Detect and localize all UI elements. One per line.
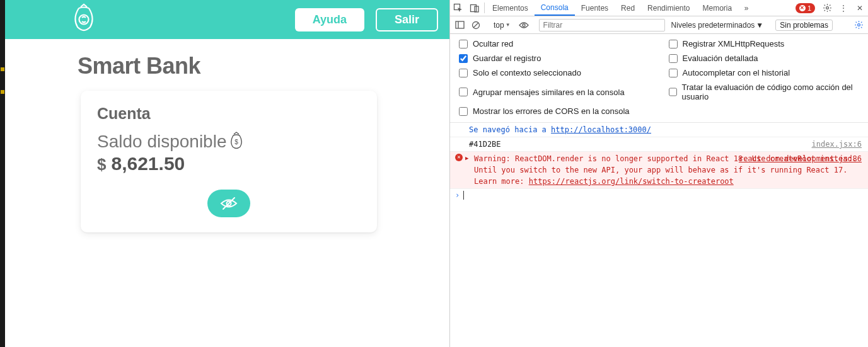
opt-autocompletar[interactable]: Autocompletar con el historial bbox=[669, 68, 860, 77]
eye-off-icon bbox=[220, 196, 238, 210]
inspect-icon[interactable] bbox=[450, 0, 466, 16]
console-toolbar: top▼ Niveles predeterminados▼ Sin proble… bbox=[450, 16, 868, 34]
log-levels-selector[interactable]: Niveles predeterminados▼ bbox=[671, 21, 764, 30]
page-title: Smart Bank bbox=[78, 53, 449, 79]
svg-point-12 bbox=[523, 24, 525, 26]
chevron-right-icon: › bbox=[455, 191, 460, 200]
live-expression-icon[interactable] bbox=[517, 18, 531, 32]
clear-console-icon[interactable] bbox=[469, 18, 483, 32]
log-navigation: Se navegó hacia a http://localhost:3000/ bbox=[450, 123, 868, 137]
log-source-link[interactable]: react-dom.development.js:86 bbox=[739, 153, 862, 164]
toggle-visibility-button[interactable] bbox=[207, 190, 250, 217]
app-pane: Ayuda Salir Smart Bank Cuenta Saldo disp… bbox=[5, 0, 449, 347]
app-header: Ayuda Salir bbox=[5, 0, 449, 39]
svg-rect-8 bbox=[456, 21, 464, 28]
console-settings-gear-icon[interactable] bbox=[852, 18, 865, 32]
kebab-menu-icon[interactable]: ⋮ bbox=[835, 4, 852, 13]
opt-solo-contexto[interactable]: Solo el contexto seleccionado bbox=[459, 68, 650, 77]
logout-button[interactable]: Salir bbox=[376, 8, 438, 31]
warning-link[interactable]: https://reactjs.org/link/switch-to-creat… bbox=[529, 177, 734, 186]
filter-input[interactable] bbox=[539, 19, 665, 31]
error-count: 1 bbox=[807, 4, 811, 12]
opt-registrar-xhr[interactable]: Registrar XMLHttpRequests bbox=[669, 39, 860, 48]
opt-mostrar-cors[interactable]: Mostrar los errores de CORS en la consol… bbox=[459, 106, 650, 116]
devtools-pane: Elementos Consola Fuentes Red Rendimient… bbox=[449, 0, 868, 347]
context-selector[interactable]: top▼ bbox=[491, 21, 513, 30]
log-entry: #41D2BE index.jsx:6 bbox=[450, 137, 868, 152]
tab-fuentes[interactable]: Fuentes bbox=[575, 0, 615, 16]
opt-eval-detallada[interactable]: Evaluación detallada bbox=[669, 54, 860, 63]
tab-memoria[interactable]: Memoria bbox=[696, 0, 738, 16]
console-prompt[interactable]: › bbox=[450, 189, 868, 202]
svg-point-7 bbox=[826, 7, 828, 9]
moneybag-icon: $ bbox=[228, 132, 245, 152]
console-log-area: Se navegó hacia a http://localhost:3000/… bbox=[450, 123, 868, 347]
svg-point-13 bbox=[857, 24, 860, 26]
account-card: Cuenta Saldo disponible $ $ 8,621.50 bbox=[81, 91, 377, 232]
balance-value: 8,621.50 bbox=[111, 153, 185, 174]
settings-gear-icon[interactable] bbox=[819, 3, 835, 13]
tab-elementos[interactable]: Elementos bbox=[486, 0, 535, 16]
issues-button[interactable]: Sin problemas bbox=[775, 20, 833, 31]
log-text: #41D2BE bbox=[469, 139, 501, 150]
opt-ocultar-red[interactable]: Ocultar red bbox=[459, 39, 650, 48]
help-button[interactable]: Ayuda bbox=[295, 8, 364, 31]
currency-symbol: $ bbox=[97, 155, 106, 174]
close-devtools-icon[interactable]: ✕ bbox=[852, 4, 868, 13]
svg-line-11 bbox=[473, 23, 478, 28]
console-settings: Ocultar red Registrar XMLHttpRequests Gu… bbox=[450, 34, 868, 123]
svg-text:$: $ bbox=[234, 139, 238, 145]
text-cursor bbox=[463, 191, 464, 200]
devtools-tabs: Elementos Consola Fuentes Red Rendimient… bbox=[450, 0, 868, 16]
opt-agrupar[interactable]: Agrupar mensajes similares en la consola bbox=[459, 82, 650, 101]
nav-url-link[interactable]: http://localhost:3000/ bbox=[551, 125, 651, 134]
device-toggle-icon[interactable] bbox=[466, 0, 483, 16]
more-tabs-icon[interactable]: » bbox=[738, 0, 755, 16]
error-count-badge[interactable]: ✕1 bbox=[796, 3, 815, 13]
error-icon: ✕ bbox=[455, 154, 463, 161]
tab-rendimiento[interactable]: Rendimiento bbox=[641, 0, 696, 16]
tab-red[interactable]: Red bbox=[615, 0, 641, 16]
log-warning: ✕ ▶ react-dom.development.js:86 Warning:… bbox=[450, 152, 868, 189]
opt-tratar-eval[interactable]: Tratar la evaluación de código como acci… bbox=[669, 82, 860, 101]
expand-icon[interactable]: ▶ bbox=[465, 154, 468, 163]
card-heading: Cuenta bbox=[97, 105, 361, 123]
gutter-marker bbox=[1, 90, 4, 94]
balance-label: Saldo disponible bbox=[97, 132, 227, 152]
sidebar-toggle-icon[interactable] bbox=[453, 18, 466, 32]
editor-gutter bbox=[0, 0, 5, 347]
gutter-marker bbox=[1, 67, 4, 71]
svg-rect-5 bbox=[471, 4, 477, 11]
tab-consola[interactable]: Consola bbox=[535, 0, 575, 16]
log-source-link[interactable]: index.jsx:6 bbox=[812, 139, 862, 150]
app-logo bbox=[68, 3, 100, 36]
opt-guardar-registro[interactable]: Guardar el registro bbox=[459, 54, 650, 63]
